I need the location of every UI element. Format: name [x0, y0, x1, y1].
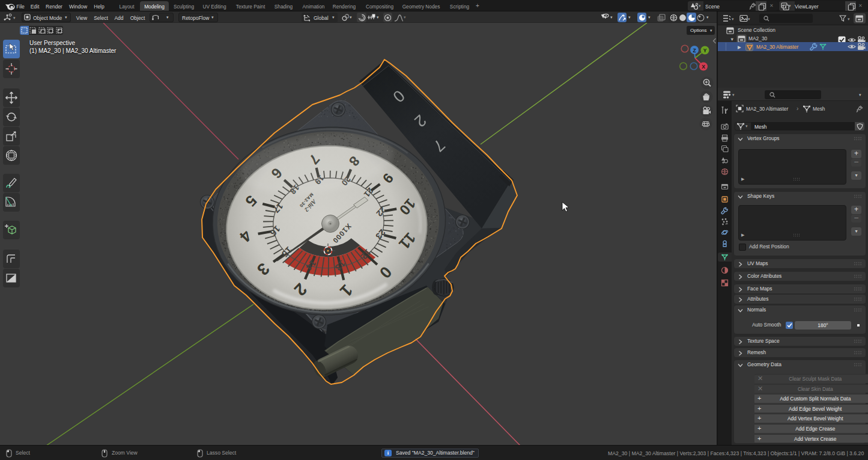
svg-text:X: X — [702, 64, 705, 70]
svg-text:Y: Y — [703, 48, 707, 54]
svg-text:Z: Z — [693, 48, 696, 54]
